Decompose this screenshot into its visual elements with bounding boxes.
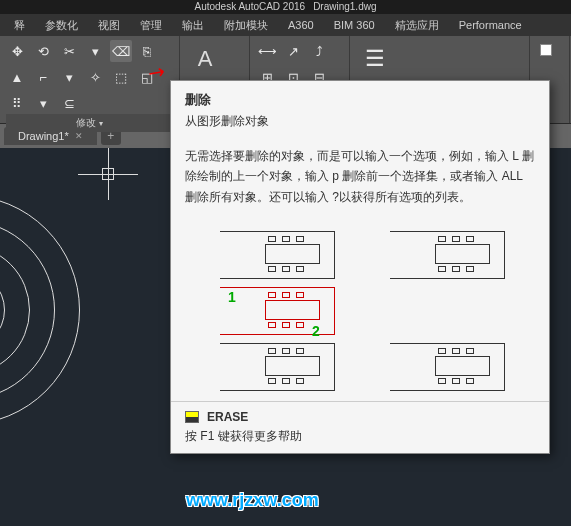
file-name: Drawing1.dwg [313,1,376,14]
color-swatch[interactable] [540,44,552,56]
move-icon[interactable]: ✥ [6,40,28,62]
stretch-icon[interactable]: ⬚ [110,66,132,88]
crosshair-box [102,168,114,180]
tab-parametric[interactable]: 参数化 [35,15,88,36]
tool-icon[interactable]: ▾ [32,92,54,114]
tooltip-body: 无需选择要删除的对象，而是可以输入一个选项，例如，输入 L 删除绘制的上一个对象… [171,140,549,221]
layer-properties-icon[interactable]: ☰ [356,40,394,78]
tab-addins[interactable]: 附加模块 [214,15,278,36]
diagram-label-1: 1 [228,289,236,305]
tooltip-subtitle: 从图形删除对象 [171,113,549,140]
rotate-icon[interactable]: ⟲ [32,40,54,62]
trim-icon[interactable]: ✂ [58,40,80,62]
ribbon-tabs: 释 参数化 视图 管理 输出 附加模块 A360 BIM 360 精选应用 Pe… [0,14,571,36]
dim-linear-icon[interactable]: ⟷ [256,40,278,62]
offset-icon[interactable]: ⊆ [58,92,80,114]
mirror-icon[interactable]: ▲ [6,66,28,88]
close-icon[interactable]: ✕ [75,131,83,141]
erase-icon[interactable]: ⌫ [110,40,132,62]
tab-view[interactable]: 视图 [88,15,130,36]
scale-icon[interactable]: ◱ [136,66,158,88]
diagram-before: 1 2 [210,231,340,391]
diagram-label-2: 2 [312,323,320,339]
tab-output[interactable]: 输出 [172,15,214,36]
diagram-after [380,231,510,391]
tool-icon[interactable]: ▾ [58,66,80,88]
tab-performance[interactable]: Performance [449,16,532,34]
app-title: Autodesk AutoCAD 2016 [194,1,305,14]
tab-a360[interactable]: A360 [278,16,324,34]
tab-annotate[interactable]: 释 [4,15,35,36]
explode-icon[interactable]: ✧ [84,66,106,88]
leader-icon[interactable]: ⤴ [308,40,330,62]
fillet-icon[interactable]: ⌐ [32,66,54,88]
tab-featured[interactable]: 精选应用 [385,15,449,36]
tool-icon[interactable]: ▾ [84,40,106,62]
tab-bim360[interactable]: BIM 360 [324,16,385,34]
tab-manage[interactable]: 管理 [130,15,172,36]
tooltip-title: 删除 [171,81,549,113]
tooltip-footer: ERASE 按 F1 键获得更多帮助 [171,401,549,453]
tooltip: 删除 从图形删除对象 无需选择要删除的对象，而是可以输入一个选项，例如，输入 L… [170,80,550,454]
watermark: www.rjzxw.com [186,490,319,511]
array-icon[interactable]: ⠿ [6,92,28,114]
text-icon[interactable]: A [186,40,224,78]
help-hint: 按 F1 键获得更多帮助 [185,428,535,445]
dim-icon[interactable]: ↗ [282,40,304,62]
panel-label-modify[interactable]: 修改 [6,114,173,132]
title-bar: Autodesk AutoCAD 2016 Drawing1.dwg [0,0,571,14]
command-icon [185,411,199,423]
panel-modify: ✥ ⟲ ✂ ▾ ⌫ ⎘ ▲ ⌐ ▾ ✧ ⬚ ◱ ⠿ ▾ ⊆ 修改 [0,36,180,123]
copy-icon[interactable]: ⎘ [136,40,158,62]
tooltip-diagram: 1 2 [171,221,549,401]
command-name: ERASE [207,410,248,424]
